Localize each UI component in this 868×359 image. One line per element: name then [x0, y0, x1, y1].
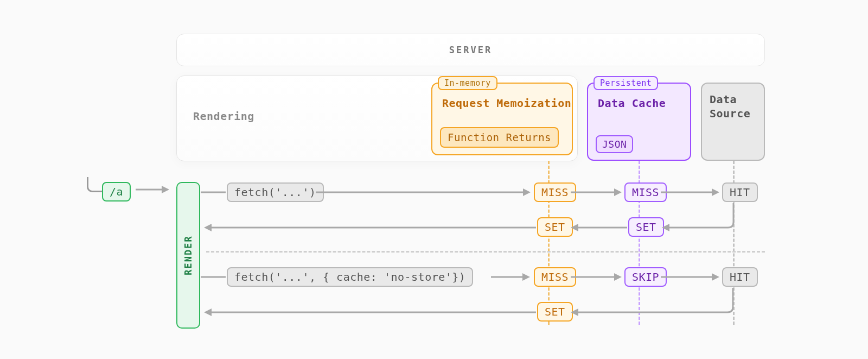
memo-tag: In-memory [438, 76, 497, 90]
render-bar-label: RENDER [183, 235, 194, 275]
data-source-box: Data Source [701, 83, 765, 161]
svg-marker-12 [571, 224, 578, 231]
arrow-render-to-fetch1 [201, 187, 226, 198]
svg-marker-16 [522, 273, 530, 281]
memo-title: Request Memoization [442, 97, 571, 110]
row1-code-chip: fetch('...') [227, 182, 324, 202]
arrow-memo-set-to-render [202, 223, 536, 234]
arrow-render-to-fetch3 [201, 272, 226, 283]
svg-marker-13 [662, 224, 669, 231]
request-memoization-box: In-memory Request Memoization Function R… [431, 83, 573, 155]
arrow-route-to-render [136, 184, 168, 195]
cache-tag: Persistent [593, 76, 658, 90]
render-bar: RENDER [176, 182, 200, 329]
row2-memo-set: SET [537, 217, 573, 237]
cache-subtitle: JSON [596, 135, 633, 153]
row4-memo-set: SET [537, 302, 573, 322]
data-cache-box: Persistent Data Cache JSON [587, 83, 691, 161]
row3-code-chip: fetch('...', { cache: 'no-store'}) [227, 267, 473, 287]
section-divider [206, 251, 765, 253]
arrow-ds-hit-to-memo-set-4 [569, 277, 742, 318]
data-source-title: Data Source [710, 93, 750, 120]
cache-title: Data Cache [598, 97, 666, 110]
row2-cache-set: SET [628, 217, 664, 237]
arrow-memo-set-to-render-4 [202, 307, 536, 318]
svg-marker-6 [614, 188, 622, 196]
rendering-label: Rendering [193, 110, 254, 123]
svg-marker-1 [162, 186, 169, 193]
arrow-fetch3-to-memo [491, 272, 533, 283]
svg-marker-23 [571, 308, 578, 316]
svg-marker-4 [523, 188, 531, 196]
row1-memo-miss: MISS [534, 182, 576, 202]
arrow-cache-set-to-memo [569, 223, 627, 234]
svg-marker-22 [204, 308, 212, 316]
route-badge: /a [102, 182, 131, 201]
route-hook-icon [87, 177, 102, 192]
server-header: SERVER [176, 34, 765, 66]
arrow-fetch1-to-memo [316, 187, 533, 198]
memo-subtitle: Function Returns [440, 127, 559, 148]
arrow-memo-to-cache-1 [571, 187, 624, 198]
svg-marker-10 [204, 224, 212, 231]
arrow-ds-hit-to-cache-set [660, 192, 741, 234]
